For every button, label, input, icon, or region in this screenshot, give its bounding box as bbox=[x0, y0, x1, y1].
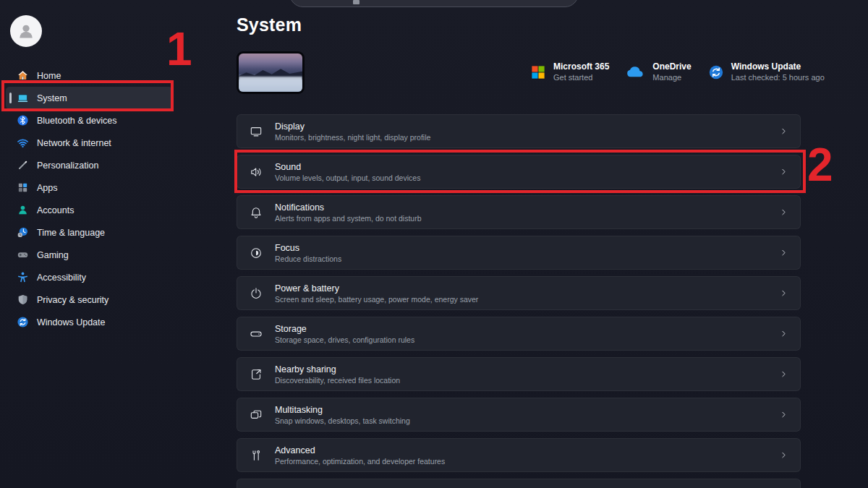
page-title: System bbox=[237, 14, 302, 35]
settings-row-partial[interactable] bbox=[237, 479, 801, 488]
storage-icon bbox=[249, 327, 263, 341]
search-input[interactable] bbox=[289, 0, 579, 7]
personalization-icon bbox=[17, 159, 29, 171]
settings-row-notifications[interactable]: Notifications Alerts from apps and syste… bbox=[237, 195, 801, 229]
microsoft-365-icon bbox=[530, 64, 546, 80]
chevron-right-icon bbox=[779, 167, 788, 176]
time-language-icon bbox=[17, 226, 29, 239]
sidebar-item-accounts[interactable]: Accounts bbox=[6, 199, 172, 221]
chevron-right-icon bbox=[779, 329, 788, 338]
sidebar-item-home[interactable]: Home bbox=[6, 64, 172, 87]
sidebar-item-windows-update[interactable]: Windows Update bbox=[6, 311, 172, 333]
chevron-right-icon bbox=[779, 207, 788, 217]
advanced-icon bbox=[249, 448, 263, 463]
quick-cards: Microsoft 365 Get started OneDrive Manag… bbox=[530, 61, 825, 83]
onedrive-icon bbox=[626, 65, 645, 80]
sidebar-item-time-language[interactable]: Time & language bbox=[6, 221, 172, 244]
chevron-right-icon bbox=[779, 450, 788, 460]
chevron-right-icon bbox=[779, 127, 788, 136]
sidebar-item-accessibility[interactable]: Accessibility bbox=[6, 266, 172, 288]
sidebar-item-privacy-security[interactable]: Privacy & security bbox=[6, 288, 172, 311]
windows-update-icon bbox=[708, 64, 724, 80]
settings-window: Home System Bluetooth & devices Network … bbox=[0, 0, 868, 488]
privacy-security-icon bbox=[17, 294, 29, 306]
settings-list: Display Monitors, brightness, night ligh… bbox=[237, 114, 801, 472]
settings-row-sound[interactable]: Sound Volume levels, output, input, soun… bbox=[237, 155, 801, 189]
sidebar-item-apps[interactable]: Apps bbox=[6, 176, 172, 199]
sidebar-item-personalization[interactable]: Personalization bbox=[6, 154, 172, 176]
quick-card-microsoft-365[interactable]: Microsoft 365 Get started bbox=[530, 61, 609, 83]
network-icon bbox=[17, 137, 29, 149]
device-wallpaper bbox=[239, 53, 302, 92]
settings-row-advanced[interactable]: Advanced Performance, optimization, and … bbox=[237, 438, 801, 472]
gaming-icon bbox=[17, 249, 29, 261]
sidebar-item-network-internet[interactable]: Network & internet bbox=[6, 132, 172, 154]
sidebar-item-bluetooth-devices[interactable]: Bluetooth & devices bbox=[6, 109, 172, 132]
chevron-right-icon bbox=[779, 288, 788, 298]
nearby-sharing-icon bbox=[249, 367, 263, 382]
chevron-right-icon bbox=[779, 369, 788, 379]
search-pen-icon bbox=[353, 0, 359, 4]
device-thumbnail bbox=[237, 51, 305, 94]
accessibility-icon bbox=[17, 271, 29, 283]
sidebar-nav: Home System Bluetooth & devices Network … bbox=[6, 64, 172, 333]
system-icon bbox=[17, 92, 29, 104]
apps-icon bbox=[17, 181, 29, 194]
notifications-icon bbox=[249, 205, 263, 220]
wallpaper-clouds bbox=[239, 77, 302, 92]
chevron-right-icon bbox=[779, 410, 788, 419]
settings-row-multitasking[interactable]: Multitasking Snap windows, desktops, tas… bbox=[237, 398, 801, 432]
annotation-step-2: 2 bbox=[807, 142, 832, 188]
display-icon bbox=[249, 124, 263, 139]
sidebar-item-system[interactable]: System bbox=[6, 87, 172, 109]
quick-card-onedrive[interactable]: OneDrive Manage bbox=[626, 61, 691, 83]
focus-icon bbox=[249, 246, 263, 260]
bluetooth-icon bbox=[17, 114, 29, 127]
settings-row-display[interactable]: Display Monitors, brightness, night ligh… bbox=[237, 114, 801, 148]
settings-row-storage[interactable]: Storage Storage space, drives, configura… bbox=[237, 317, 801, 351]
home-icon bbox=[17, 69, 29, 82]
settings-row-focus[interactable]: Focus Reduce distractions bbox=[237, 236, 801, 270]
sound-icon bbox=[249, 165, 263, 179]
quick-card-windows-update[interactable]: Windows Update Last checked: 5 hours ago bbox=[708, 61, 825, 83]
sidebar-item-gaming[interactable]: Gaming bbox=[6, 244, 172, 266]
multitasking-icon bbox=[249, 408, 263, 422]
settings-row-nearby-sharing[interactable]: Nearby sharing Discoverability, received… bbox=[237, 357, 801, 391]
accounts-icon bbox=[17, 204, 29, 216]
chevron-right-icon bbox=[779, 248, 788, 257]
windows-update-icon bbox=[17, 316, 29, 328]
power-icon bbox=[249, 286, 263, 301]
avatar-person-icon bbox=[15, 20, 37, 42]
user-avatar[interactable] bbox=[10, 15, 42, 47]
settings-row-power-battery[interactable]: Power & battery Screen and sleep, batter… bbox=[237, 276, 801, 310]
